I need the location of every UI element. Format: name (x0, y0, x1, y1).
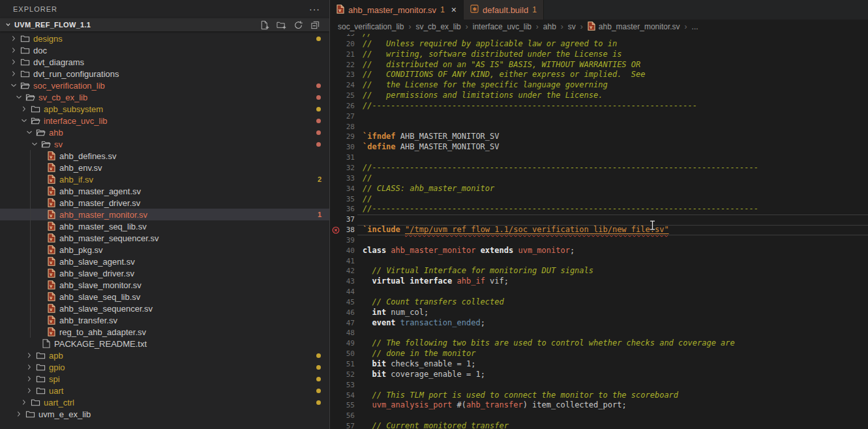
tree-item-apb[interactable]: apb (0, 349, 329, 361)
breadcrumb-item[interactable]: sv (568, 22, 576, 31)
code-line-37[interactable]: 37 (330, 214, 868, 225)
code-line-29[interactable]: 29`ifndef AHB_MASTER_MONITOR_SV (330, 132, 868, 142)
code-line-52[interactable]: 52 bit coverage_enable = 1; (330, 370, 868, 380)
code-line-45[interactable]: 45 // Count transfers collected (330, 297, 868, 308)
code-line-39[interactable]: 39 (330, 235, 868, 246)
code-line-34[interactable]: 34// CLASS: ahb_master_monitor (330, 184, 868, 194)
tree-item-ahb-slave-monitor-sv[interactable]: vahb_slave_monitor.sv (0, 279, 329, 291)
tree-item-ahb-master-driver-sv[interactable]: vahb_master_driver.sv (0, 197, 329, 209)
code-line-48[interactable]: 48 (330, 328, 868, 338)
chevron-right-icon[interactable] (8, 69, 19, 78)
tree-item-ahb-slave-agent-sv[interactable]: vahb_slave_agent.sv (0, 256, 329, 267)
tab-ahb-master-monitor[interactable]: v ahb_master_monitor.sv 1 × (330, 0, 464, 20)
code-line-21[interactable]: 21// writing, software distributed under… (330, 50, 868, 60)
tree-item-sv[interactable]: sv (0, 138, 329, 150)
new-folder-icon[interactable] (276, 20, 286, 30)
tree-item-ahb-master-seq-lib-sv[interactable]: vahb_master_seq_lib.sv (0, 220, 329, 232)
chevron-right-icon[interactable] (24, 351, 35, 360)
chevron-right-icon[interactable] (8, 57, 19, 67)
code-line-26[interactable]: 26//------------------------------------… (330, 101, 868, 111)
code-line-51[interactable]: 51 bit checks_enable = 1; (330, 359, 868, 370)
collapse-all-icon[interactable] (310, 20, 320, 30)
tree-item-uvm-e-ex-lib[interactable]: uvm_e_ex_lib (0, 408, 329, 420)
chevron-down-icon[interactable] (8, 81, 19, 90)
code-line-31[interactable]: 31 (330, 153, 868, 163)
tree-item-reg-to-ahb-adapter-sv[interactable]: vreg_to_ahb_adapter.sv (0, 326, 329, 338)
new-file-icon[interactable] (259, 20, 269, 30)
code-line-32[interactable]: 32//------------------------------------… (330, 163, 868, 173)
tree-item-ahb-env-sv[interactable]: vahb_env.sv (0, 162, 329, 173)
tree-item-apb-subsystem[interactable]: apb_subsystem (0, 103, 329, 115)
code-line-35[interactable]: 35// (330, 194, 868, 205)
tree-item-gpio[interactable]: gpio (0, 361, 329, 373)
tree-item-spi[interactable]: spi (0, 373, 329, 385)
chevron-down-icon[interactable] (29, 140, 40, 149)
tree-item-ahb-slave-sequencer-sv[interactable]: vahb_slave_sequencer.sv (0, 303, 329, 314)
code-area[interactable]: 19//20// Unless required by applicable l… (330, 34, 868, 429)
code-line-56[interactable]: 56 (330, 411, 868, 421)
refresh-icon[interactable] (293, 20, 303, 30)
close-icon[interactable]: × (451, 5, 456, 15)
code-line-50[interactable]: 50 // done in the monitor (330, 349, 868, 359)
code-line-54[interactable]: 54 // This TLM port is used to connect t… (330, 391, 868, 401)
tree-item-interface-uvc-lib[interactable]: interface_uvc_lib (0, 115, 329, 126)
tree-item-ahb-if-sv[interactable]: vahb_if.sv2 (0, 173, 329, 185)
code-line-28[interactable]: 28 (330, 122, 868, 132)
chevron-right-icon[interactable] (8, 34, 19, 43)
chevron-down-icon[interactable] (3, 20, 13, 29)
tree-item-ahb-defines-sv[interactable]: vahb_defines.sv (0, 150, 329, 162)
tree-item-ahb-master-monitor-sv[interactable]: vahb_master_monitor.sv1 (0, 209, 329, 220)
code-line-33[interactable]: 33// (330, 173, 868, 184)
tree-item-ahb-master-agent-sv[interactable]: vahb_master_agent.sv (0, 185, 329, 197)
tree-item-ahb-transfer-sv[interactable]: vahb_transfer.sv (0, 314, 329, 326)
breadcrumb-item[interactable]: ahb (543, 22, 556, 31)
include-path-string[interactable]: "/tmp/uvm_ref_flow_1.1/soc_verification_… (405, 225, 669, 234)
code-line-23[interactable]: 23// CONDITIONS OF ANY KIND, either expr… (330, 70, 868, 80)
breadcrumb-item[interactable]: sv_cb_ex_lib (415, 22, 460, 31)
code-line-22[interactable]: 22// distributed on an "AS IS" BASIS, WI… (330, 60, 868, 70)
tree-item-ahb-pkg-sv[interactable]: vahb_pkg.sv (0, 244, 329, 256)
tree-item-dvt-run-configurations[interactable]: dvt_run_configurations (0, 68, 329, 80)
tree-item-soc-verification-lib[interactable]: soc_verification_lib (0, 80, 329, 91)
tree-item-designs[interactable]: designs (0, 33, 329, 44)
tree-item-uart[interactable]: uart (0, 385, 329, 396)
code-line-47[interactable]: 47 event transaction_ended; (330, 318, 868, 329)
code-line-41[interactable]: 41 (330, 256, 868, 267)
tree-item-ahb-slave-seq-lib-sv[interactable]: vahb_slave_seq_lib.sv (0, 291, 329, 303)
code-line-55[interactable]: 55 uvm_analysis_port #(ahb_transfer) ite… (330, 400, 868, 411)
code-line-19[interactable]: 19// (330, 34, 868, 39)
code-line-38[interactable]: 38`include "/tmp/uvm_ref_flow_1.1/soc_ve… (330, 225, 868, 235)
breadcrumb-more[interactable]: ... (692, 22, 698, 31)
tree-item-ahb-master-sequencer-sv[interactable]: vahb_master_sequencer.sv (0, 232, 329, 244)
breadcrumb-item[interactable]: soc_verification_lib (338, 22, 404, 31)
project-header[interactable]: UVM_REF_FLOW_1.1 (0, 18, 329, 31)
tab-default-build[interactable]: ✱ default.build 1 (464, 0, 544, 20)
tree-item-ahb-slave-driver-sv[interactable]: vahb_slave_driver.sv (0, 267, 329, 279)
code-line-44[interactable]: 44 (330, 287, 868, 297)
code-line-40[interactable]: 40class ahb_master_monitor extends uvm_m… (330, 246, 868, 256)
code-line-24[interactable]: 24// the License for the specific langua… (330, 80, 868, 91)
code-line-43[interactable]: 43 virtual interface ahb_if vif; (330, 276, 868, 287)
breadcrumb-file[interactable]: v ahb_master_monitor.sv (588, 22, 680, 33)
breadcrumb-item[interactable]: interface_uvc_lib (473, 22, 531, 31)
code-line-46[interactable]: 46 int num_col; (330, 308, 868, 318)
chevron-right-icon[interactable] (24, 386, 35, 395)
chevron-right-icon[interactable] (19, 104, 29, 113)
chevron-right-icon[interactable] (19, 398, 29, 407)
code-line-36[interactable]: 36//------------------------------------… (330, 204, 868, 214)
code-line-57[interactable]: 57 // Current monitored transfer (330, 421, 868, 429)
chevron-down-icon[interactable] (14, 93, 24, 102)
code-line-25[interactable]: 25// permissions and limitations under t… (330, 91, 868, 101)
more-actions-icon[interactable]: ··· (309, 4, 320, 14)
code-line-27[interactable]: 27 (330, 111, 868, 122)
chevron-down-icon[interactable] (24, 128, 35, 137)
code-line-20[interactable]: 20// Unless required by applicable law o… (330, 39, 868, 50)
chevron-down-icon[interactable] (19, 116, 29, 125)
code-line-49[interactable]: 49 // The following two bits are used to… (330, 338, 868, 349)
tree-item-sv-cb-ex-lib[interactable]: sv_cb_ex_lib (0, 91, 329, 103)
tree-item-dvt-diagrams[interactable]: dvt_diagrams (0, 56, 329, 68)
tree-item-doc[interactable]: doc (0, 44, 329, 56)
code-line-30[interactable]: 30`define AHB_MASTER_MONITOR_SV (330, 142, 868, 153)
tree-item-ahb[interactable]: ahb (0, 126, 329, 138)
tree-item-package-readme-txt[interactable]: PACKAGE_README.txt (0, 338, 329, 349)
